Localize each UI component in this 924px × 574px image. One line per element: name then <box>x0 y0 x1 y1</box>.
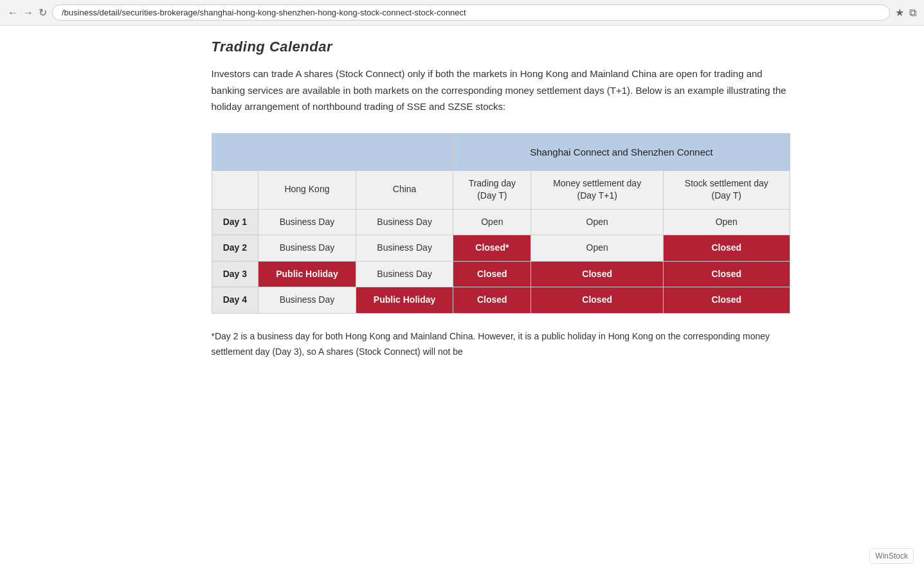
reload-icon[interactable]: ↻ <box>39 6 47 19</box>
forward-icon[interactable]: → <box>23 7 33 19</box>
table-row-money-4: Closed <box>531 287 664 314</box>
col-header-china: China <box>356 170 453 209</box>
intro-paragraph: Investors can trade A shares (Stock Conn… <box>212 66 790 115</box>
table-row-hk-3: Public Holiday <box>258 261 356 287</box>
table-row-day-1: Day 1 <box>212 209 258 235</box>
section-title: Trading Calendar <box>212 39 790 55</box>
trading-calendar-table-wrapper: Shanghai Connect and Shenzhen Connect Ho… <box>212 133 790 314</box>
table-header-group: Shanghai Connect and Shenzhen Connect <box>453 133 790 170</box>
table-row-stock-3: Closed <box>664 261 790 287</box>
table-row-china-3: Business Day <box>356 261 453 287</box>
table-row-china-2: Business Day <box>356 235 453 262</box>
table-row-money-2: Open <box>531 235 664 262</box>
table-row-hk-4: Business Day <box>258 287 356 314</box>
browser-bar: ← → ↻ /business/detail/securities-broker… <box>0 0 924 26</box>
table-row-day-4: Day 4 <box>212 287 258 314</box>
table-row-money-1: Open <box>531 209 664 235</box>
table-row-trading-3: Closed <box>453 261 531 287</box>
bookmark-icon[interactable]: ★ <box>895 6 904 19</box>
table-row-stock-2: Closed <box>664 235 790 262</box>
table-row-trading-1: Open <box>453 209 531 235</box>
table-row-trading-2: Closed* <box>453 235 531 262</box>
url-bar[interactable]: /business/detail/securities-brokerage/sh… <box>52 4 890 21</box>
col-header-hk: Hong Kong <box>258 170 356 209</box>
table-row-hk-2: Business Day <box>258 235 356 262</box>
table-row-money-3: Closed <box>531 261 664 287</box>
col-header-day <box>212 170 258 209</box>
trading-calendar-table: Shanghai Connect and Shenzhen Connect Ho… <box>212 133 790 314</box>
table-row-china-1: Business Day <box>356 209 453 235</box>
table-row-trading-4: Closed <box>453 287 531 314</box>
page-content: Trading Calendar Investors can trade A s… <box>109 26 816 386</box>
footnote-text: *Day 2 is a business day for both Hong K… <box>212 329 790 360</box>
col-header-money: Money settlement day(Day T+1) <box>531 170 664 209</box>
table-row-china-4: Public Holiday <box>356 287 453 314</box>
table-header-empty <box>212 133 453 170</box>
table-row-stock-1: Open <box>664 209 790 235</box>
url-text: /business/detail/securities-brokerage/sh… <box>62 8 466 17</box>
extension-icon[interactable]: ⧉ <box>909 7 916 19</box>
table-row-hk-1: Business Day <box>258 209 356 235</box>
col-header-stock: Stock settlement day(Day T) <box>664 170 790 209</box>
col-header-trading: Trading day(Day T) <box>453 170 531 209</box>
table-row-stock-4: Closed <box>664 287 790 314</box>
table-row-day-2: Day 2 <box>212 235 258 262</box>
back-icon[interactable]: ← <box>8 7 18 19</box>
table-row-day-3: Day 3 <box>212 261 258 287</box>
